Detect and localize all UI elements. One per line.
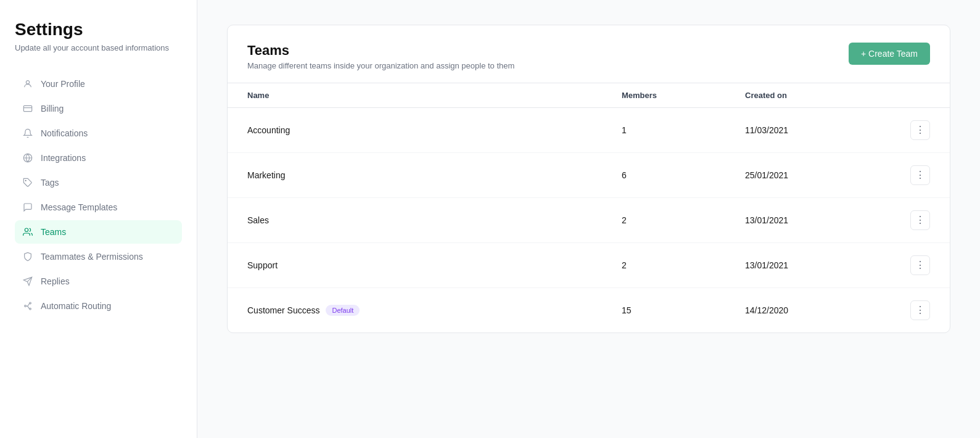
sidebar-item-label: Replies <box>41 276 70 286</box>
teams-table: Name Members Created on Accounting 1 11/… <box>228 83 950 333</box>
tag-icon <box>22 177 33 188</box>
sidebar-item-billing[interactable]: Billing <box>15 97 182 120</box>
sidebar-item-label: Message Templates <box>41 202 117 212</box>
row-actions-button[interactable]: ⋮ <box>910 300 930 320</box>
person-icon <box>22 78 33 89</box>
cell-members-sales: 2 <box>622 215 745 225</box>
app-layout: Settings Update all your account based i… <box>0 0 980 438</box>
cell-name-accounting: Accounting <box>247 125 622 135</box>
table-header-row: Name Members Created on <box>228 83 950 108</box>
cell-members-accounting: 1 <box>622 125 745 135</box>
sidebar-item-label: Automatic Routing <box>41 301 111 311</box>
more-icon: ⋮ <box>915 170 925 180</box>
message-icon <box>22 202 33 213</box>
sidebar-item-label: Tags <box>41 178 59 188</box>
shield-icon <box>22 251 33 262</box>
sidebar-item-label: Your Profile <box>41 79 85 89</box>
row-actions-button[interactable]: ⋮ <box>910 120 930 140</box>
more-icon: ⋮ <box>915 215 925 225</box>
sidebar-item-label: Teams <box>41 227 66 237</box>
cell-name-customer-success: Customer Success Default <box>247 305 622 316</box>
globe-icon <box>22 152 33 163</box>
bell-icon <box>22 128 33 139</box>
main-content: Teams Manage different teams inside your… <box>197 0 980 438</box>
more-icon: ⋮ <box>915 305 925 315</box>
more-icon: ⋮ <box>915 260 925 270</box>
people-icon <box>22 226 33 238</box>
sidebar-header: Settings Update all your account based i… <box>15 20 182 52</box>
cell-date-sales: 13/01/2021 <box>745 215 893 225</box>
table-row: Marketing 6 25/01/2021 ⋮ <box>228 153 950 198</box>
cell-name-marketing: Marketing <box>247 170 622 180</box>
card-header: Teams Manage different teams inside your… <box>228 25 950 83</box>
row-actions-button[interactable]: ⋮ <box>910 165 930 185</box>
sidebar-item-notifications[interactable]: Notifications <box>15 122 182 145</box>
svg-point-10 <box>30 308 31 310</box>
page-description: Manage different teams inside your organ… <box>247 61 514 70</box>
sidebar-item-label: Teammates & Permissions <box>41 252 143 262</box>
sidebar-item-tags[interactable]: Tags <box>15 171 182 194</box>
routing-icon <box>22 300 33 312</box>
sidebar-item-label: Notifications <box>41 128 88 138</box>
cell-members-marketing: 6 <box>622 170 745 180</box>
svg-rect-1 <box>23 105 31 111</box>
cell-actions-marketing: ⋮ <box>893 165 930 185</box>
page-title: Teams <box>247 43 514 59</box>
cell-name-support: Support <box>247 260 622 270</box>
cell-members-support: 2 <box>622 260 745 270</box>
svg-point-0 <box>26 81 29 84</box>
cell-actions-sales: ⋮ <box>893 210 930 230</box>
table-row: Sales 2 13/01/2021 ⋮ <box>228 198 950 243</box>
column-header-created-on: Created on <box>745 91 893 100</box>
cell-actions-accounting: ⋮ <box>893 120 930 140</box>
svg-point-8 <box>30 302 31 304</box>
svg-point-5 <box>25 228 28 231</box>
cell-date-marketing: 25/01/2021 <box>745 170 893 180</box>
table-row: Support 2 13/01/2021 ⋮ <box>228 243 950 288</box>
cell-date-accounting: 11/03/2021 <box>745 125 893 135</box>
cell-date-support: 13/01/2021 <box>745 260 893 270</box>
card-header-text: Teams Manage different teams inside your… <box>247 43 514 70</box>
cell-actions-support: ⋮ <box>893 255 930 275</box>
settings-title: Settings <box>15 20 182 39</box>
cell-name-sales: Sales <box>247 215 622 225</box>
svg-point-4 <box>25 180 27 181</box>
sidebar: Settings Update all your account based i… <box>0 0 197 438</box>
cell-members-customer-success: 15 <box>622 305 745 315</box>
table-row: Accounting 1 11/03/2021 ⋮ <box>228 108 950 153</box>
create-team-button[interactable]: + Create Team <box>849 43 930 65</box>
row-actions-button[interactable]: ⋮ <box>910 210 930 230</box>
sidebar-item-teams[interactable]: Teams <box>15 220 182 244</box>
sidebar-item-your-profile[interactable]: Your Profile <box>15 72 182 96</box>
svg-point-9 <box>25 305 27 307</box>
sidebar-item-integrations[interactable]: Integrations <box>15 146 182 170</box>
cell-actions-customer-success: ⋮ <box>893 300 930 320</box>
sidebar-item-replies[interactable]: Replies <box>15 270 182 293</box>
sidebar-nav: Your Profile Billing Notifications <box>15 72 182 318</box>
column-header-actions <box>893 91 930 100</box>
card-icon <box>22 103 33 114</box>
teams-card: Teams Manage different teams inside your… <box>227 25 950 333</box>
sidebar-item-automatic-routing[interactable]: Automatic Routing <box>15 294 182 318</box>
send-icon <box>22 276 33 287</box>
more-icon: ⋮ <box>915 125 925 135</box>
table-row: Customer Success Default 15 14/12/2020 ⋮ <box>228 288 950 333</box>
column-header-name: Name <box>247 91 622 100</box>
row-actions-button[interactable]: ⋮ <box>910 255 930 275</box>
column-header-members: Members <box>622 91 745 100</box>
sidebar-item-label: Billing <box>41 104 64 114</box>
cell-date-customer-success: 14/12/2020 <box>745 305 893 315</box>
default-badge: Default <box>326 305 360 316</box>
sidebar-item-teammates-permissions[interactable]: Teammates & Permissions <box>15 245 182 268</box>
sidebar-item-message-templates[interactable]: Message Templates <box>15 196 182 219</box>
settings-subtitle: Update all your account based informatio… <box>15 43 182 52</box>
sidebar-item-label: Integrations <box>41 153 86 163</box>
